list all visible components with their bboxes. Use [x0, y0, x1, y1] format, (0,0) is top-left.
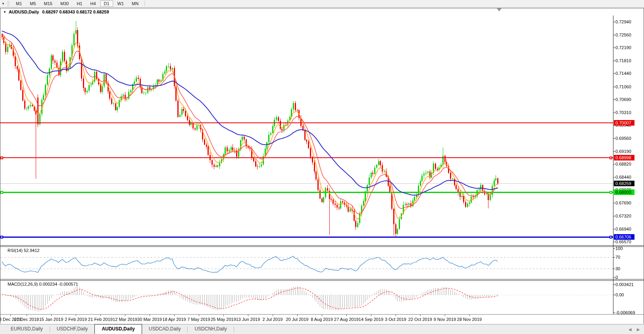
tab-divider: [234, 326, 234, 332]
date-tick-mark: [10, 315, 11, 316]
timeframe-button-m1[interactable]: M1: [12, 0, 25, 7]
tab-usdcad[interactable]: USDCAD,Daily: [142, 324, 188, 334]
date-tick-label: 2 Jul 2019: [263, 317, 283, 322]
date-tick-mark: [174, 315, 175, 316]
date-tick-mark: [199, 315, 199, 316]
timeframe-button-w1[interactable]: W1: [114, 0, 128, 7]
tab-scroll-right-icon[interactable]: ►: [636, 326, 641, 332]
date-tick-mark: [51, 315, 52, 316]
price-tick-label: 0.67320: [615, 214, 631, 218]
rsi-tick-label: 0: [615, 275, 618, 280]
date-tick-label: 7 May 2019: [187, 317, 210, 322]
macd-tick-label: 0.003421: [615, 282, 634, 287]
date-tick-label: 14 Sep 2019: [359, 317, 383, 322]
rsi-tick-label: 100: [615, 246, 623, 251]
price-tick-label: 0.69560: [615, 136, 631, 141]
price-tick-label: 0.71810: [615, 58, 631, 63]
date-tick-label: 20 Jul 2019: [286, 317, 309, 322]
date-tick-label: 18 Apr 2019: [162, 317, 186, 322]
chart-area: 0.729400.725600.721900.718100.714400.710…: [0, 15, 644, 324]
timeframe-button-h1[interactable]: H1: [73, 0, 86, 7]
price-tick-label: 0.68440: [615, 175, 631, 179]
date-tick-label: 8 Aug 2019: [311, 317, 333, 322]
level-price-label[interactable]: 0.68259: [614, 181, 634, 186]
timeframe-button-m30[interactable]: M30: [57, 0, 72, 7]
date-tick-mark: [76, 315, 76, 316]
timeframe-toolbar: ▼ M1M5M15M30H1H4D1W1MN: [0, 0, 644, 8]
date-tick-label: 2 Feb 2019: [65, 317, 87, 322]
date-tick-mark: [150, 315, 150, 316]
price-chart-canvas[interactable]: [0, 15, 644, 314]
date-tick-mark: [297, 315, 298, 316]
timeframe-buttons: M1M5M15M30H1H4D1W1MN: [12, 0, 142, 7]
chart-title-row: ▼ AUDUSD,Daily 0.68297 0.68343 0.68172 0…: [0, 8, 644, 15]
timeframe-button-h4[interactable]: H4: [87, 0, 99, 7]
level-price-label[interactable]: 0.68000: [614, 189, 634, 195]
date-tick-mark: [27, 315, 27, 316]
date-tick-mark: [100, 315, 101, 316]
timeframe-button-m5[interactable]: M5: [26, 0, 39, 7]
rsi-pane-header: RSI(14) 52.9412: [8, 248, 40, 253]
rsi-tick-label: 70: [615, 255, 620, 260]
price-tick-label: 0.71060: [615, 84, 631, 89]
date-tick-label: 15 Jan 2019: [39, 317, 63, 322]
toolbar-separator: [144, 1, 145, 6]
chart-window: ▼ AUDUSD,Daily 0.68297 0.68343 0.68172 0…: [0, 8, 644, 324]
tab-eurusd[interactable]: EURUSD,Daily: [4, 324, 50, 334]
rsi-tick-label: 30: [615, 266, 620, 271]
date-tick-mark: [273, 315, 273, 316]
price-tick-label: 0.66570: [615, 239, 631, 244]
level-price-label[interactable]: 0.68998: [614, 155, 634, 160]
tab-scroll-arrows: ◄►: [627, 326, 641, 332]
title-collapse-icon[interactable]: ▼: [3, 10, 6, 14]
date-tick-mark: [445, 315, 445, 316]
date-tick-label: 21 Feb 2019: [88, 317, 113, 322]
level-price-label[interactable]: 0.66706: [614, 234, 634, 240]
macd-tick-label: 0.00: [615, 292, 624, 297]
date-tick-mark: [420, 315, 421, 316]
date-tick-label: 13 Jun 2019: [236, 317, 260, 322]
charts-dropdown-icon[interactable]: ▼: [0, 2, 6, 6]
date-tick-mark: [371, 315, 371, 316]
date-tick-label: 3 Oct 2019: [385, 317, 406, 322]
tab-audusd[interactable]: AUDUSD,Daily: [94, 324, 142, 334]
price-tick-label: 0.66940: [615, 227, 631, 231]
date-tick-label: 27 Dec 2018: [14, 317, 39, 322]
price-tick-label: 0.70310: [615, 110, 631, 115]
macd-pane-header: MACD(12,26,9) 0.000234 -0.000571: [8, 282, 78, 286]
date-tick-label: 28 Nov 2019: [457, 317, 482, 322]
date-tick-mark: [125, 315, 125, 316]
date-tick-mark: [346, 315, 347, 316]
timeframe-button-d1[interactable]: D1: [100, 0, 113, 7]
date-tick-label: 22 Oct 2019: [408, 317, 432, 322]
price-tick-label: 0.72940: [615, 19, 631, 24]
timeframe-button-mn[interactable]: MN: [128, 0, 142, 7]
date-tick-label: 27 Aug 2019: [334, 317, 359, 322]
date-tick-label: 9 Nov 2019: [434, 317, 456, 322]
price-tick-label: 0.71440: [615, 71, 631, 76]
tab-usdcnh[interactable]: USDCNH,Daily: [188, 324, 233, 334]
date-tick-mark: [322, 315, 322, 316]
price-tick-label: 0.67690: [615, 200, 631, 205]
tab-usdchf[interactable]: USDCHF,Daily: [50, 324, 95, 334]
date-tick-mark: [396, 315, 396, 316]
timeframe-button-m15[interactable]: M15: [40, 0, 56, 7]
tab-scroll-left-icon[interactable]: ◄: [627, 326, 632, 332]
date-tick-mark: [469, 315, 470, 316]
chart-shift-marker[interactable]: [497, 8, 502, 11]
date-tick-label: 25 May 2019: [211, 317, 236, 322]
price-tick-label: 0.69190: [615, 149, 631, 154]
date-tick-label: 30 Mar 2019: [137, 317, 162, 322]
date-tick-mark: [248, 315, 248, 316]
date-axis: 8 Dec 201827 Dec 201815 Jan 20192 Feb 20…: [0, 314, 644, 324]
chart-tab-bar: EURUSD,DailyUSDCHF,DailyAUDUSD,DailyUSDC…: [0, 324, 644, 334]
chart-title-symbol: AUDUSD,Daily: [9, 10, 39, 14]
price-tick-label: 0.72560: [615, 32, 631, 37]
date-tick-mark: [223, 315, 224, 316]
price-tick-label: 0.68820: [615, 162, 631, 166]
price-tick-label: 0.72190: [615, 45, 631, 50]
price-tick-label: 0.70690: [615, 97, 631, 102]
chart-title-ohlc: 0.68297 0.68343 0.68172 0.68259: [42, 10, 109, 14]
toolbar-grip[interactable]: [7, 1, 10, 6]
level-price-label[interactable]: 0.70007: [614, 120, 634, 126]
